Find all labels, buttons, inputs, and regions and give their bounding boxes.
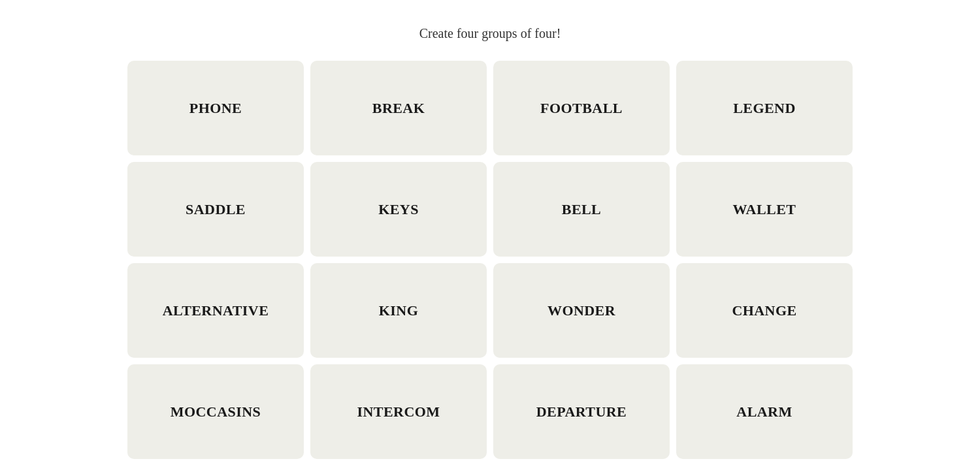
tile-keys[interactable]: KEYS <box>310 162 487 257</box>
tile-label-phone: PHONE <box>189 100 242 117</box>
tile-label-football: FOOTBALL <box>540 100 623 117</box>
tile-intercom[interactable]: INTERCOM <box>310 364 487 459</box>
tile-label-moccasins: MOCCASINS <box>171 403 261 420</box>
tile-label-alarm: ALARM <box>736 403 792 420</box>
tile-label-legend: LEGEND <box>733 100 796 117</box>
tile-alarm[interactable]: ALARM <box>676 364 853 459</box>
tile-label-bell: BELL <box>562 201 601 218</box>
tile-departure[interactable]: DEPARTURE <box>493 364 670 459</box>
tile-wallet[interactable]: WALLET <box>676 162 853 257</box>
tile-moccasins[interactable]: MOCCASINS <box>127 364 304 459</box>
tile-label-king: KING <box>379 302 418 319</box>
tile-king[interactable]: KING <box>310 263 487 358</box>
tile-wonder[interactable]: WONDER <box>493 263 670 358</box>
tile-label-keys: KEYS <box>378 201 419 218</box>
tile-label-wallet: WALLET <box>733 201 796 218</box>
tile-football[interactable]: FOOTBALL <box>493 61 670 155</box>
tile-label-intercom: INTERCOM <box>357 403 440 420</box>
tile-label-change: CHANGE <box>732 302 796 319</box>
tile-bell[interactable]: BELL <box>493 162 670 257</box>
tile-label-break: BREAK <box>372 100 425 117</box>
tile-label-saddle: SADDLE <box>186 201 246 218</box>
tile-label-alternative: ALTERNATIVE <box>163 302 269 319</box>
page-subtitle: Create four groups of four! <box>419 26 561 41</box>
tile-legend[interactable]: LEGEND <box>676 61 853 155</box>
tile-break[interactable]: BREAK <box>310 61 487 155</box>
word-grid: PHONEBREAKFOOTBALLLEGENDSADDLEKEYSBELLWA… <box>127 61 853 459</box>
tile-phone[interactable]: PHONE <box>127 61 304 155</box>
tile-change[interactable]: CHANGE <box>676 263 853 358</box>
tile-alternative[interactable]: ALTERNATIVE <box>127 263 304 358</box>
tile-saddle[interactable]: SADDLE <box>127 162 304 257</box>
tile-label-departure: DEPARTURE <box>536 403 627 420</box>
tile-label-wonder: WONDER <box>547 302 615 319</box>
